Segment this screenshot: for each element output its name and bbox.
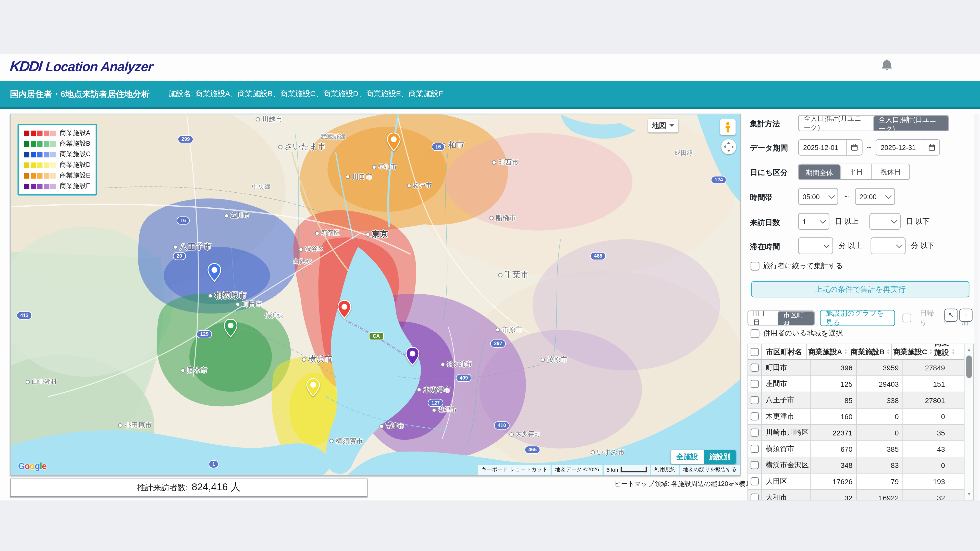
facility-pin-商業施設C[interactable]	[207, 263, 221, 282]
sort-arrows-icon[interactable]: ▲▼	[952, 349, 955, 355]
move-up-button[interactable]: ↑	[959, 309, 972, 322]
day-type-option-weekday[interactable]: 平日	[841, 164, 871, 179]
keyboard-shortcuts-link[interactable]: キーボード ショートカット	[478, 465, 550, 475]
city-dot-icon	[329, 439, 334, 443]
city-dot-icon	[407, 183, 411, 188]
column-header[interactable]: 商業施設B▲▼	[850, 344, 892, 359]
expand-nw-button[interactable]: ↖	[944, 309, 957, 322]
row-checkbox[interactable]	[751, 396, 759, 404]
street-view-pegman-button[interactable]	[720, 119, 735, 135]
row-checkbox[interactable]	[751, 494, 759, 500]
city-dot-icon	[492, 160, 496, 165]
column-header[interactable]: 商業施設C▲▼	[892, 344, 935, 359]
visitors-value: 824,416 人	[192, 481, 241, 494]
period-to-value: 2025-12-31	[877, 140, 924, 155]
map-canvas[interactable]: 川越市さいたま市柏市印西市草加市川口市松戸市船橋市新宿区東京渋谷区立川市八王子市…	[10, 114, 741, 475]
road-shield: 468	[590, 252, 606, 260]
value-cell: 193	[903, 473, 950, 489]
map-label: 袖ケ浦市	[441, 360, 472, 368]
row-checkbox[interactable]	[751, 461, 759, 469]
sort-arrows-icon[interactable]: ▲▼	[929, 349, 932, 355]
sort-arrows-icon[interactable]: ▲▼	[844, 349, 847, 355]
scroll-down-arrow-icon[interactable]: ▼	[967, 492, 971, 496]
row-checkbox[interactable]	[751, 445, 759, 453]
scroll-up-arrow-icon[interactable]: ▲	[967, 348, 971, 352]
legend-swatch	[50, 183, 56, 189]
traveler-filter-checkbox[interactable]	[751, 262, 759, 270]
row-checkbox[interactable]	[751, 364, 759, 372]
facility-pin-商業施設D[interactable]	[306, 378, 320, 397]
facility-pin-商業施設B[interactable]	[224, 319, 238, 337]
legend-label: 商業施設B	[60, 139, 90, 148]
day-type-label: 日にち区分	[750, 167, 788, 178]
column-header[interactable]: 市区町村名	[762, 344, 807, 359]
period-from-input[interactable]: 2025-12-01	[798, 139, 862, 156]
notification-bell-icon[interactable]	[881, 59, 892, 71]
day-type-option-holiday[interactable]: 祝休日	[871, 164, 909, 179]
toggle-all-facilities[interactable]: 全施設	[671, 450, 703, 464]
visit-days-min-select[interactable]: 1	[798, 213, 829, 230]
google-logo[interactable]: Google	[18, 461, 46, 471]
map-label: 成田線	[674, 149, 693, 157]
time-to-value: 29:00	[859, 193, 877, 200]
column-header[interactable]: 商業施設D▲▼	[934, 344, 955, 359]
row-checkbox[interactable]	[751, 380, 759, 388]
granularity-option-chome[interactable]: 町丁目	[748, 311, 778, 325]
sort-arrows-icon[interactable]: ▲▼	[886, 349, 890, 355]
map-type-label: 地図	[652, 121, 666, 130]
chevron-down-icon	[829, 192, 835, 199]
row-checkbox[interactable]	[751, 412, 759, 421]
visit-days-max-select[interactable]	[869, 213, 900, 230]
city-dot-icon	[315, 231, 319, 235]
calendar-icon[interactable]	[846, 140, 862, 155]
facility-pin-商業施設F[interactable]	[406, 347, 419, 365]
city-dot-icon	[345, 175, 350, 179]
panel-scrollbar[interactable]	[974, 114, 980, 500]
legend-swatch	[37, 183, 42, 189]
map-label: 中央線	[252, 183, 270, 191]
time-from-select[interactable]: 05:00	[798, 188, 838, 205]
app-window: KDDI Location Analyzer 国内居住者・6地点来訪者居住地分析…	[0, 54, 980, 500]
period-tilde: ~	[867, 143, 871, 152]
granularity-option-municipality[interactable]: 市区町村	[778, 311, 815, 326]
toggle-by-facility[interactable]: 施設別	[703, 450, 736, 464]
value-cell: 125	[811, 376, 857, 392]
stay-time-max-select[interactable]	[870, 238, 905, 254]
row-checkbox[interactable]	[751, 477, 759, 486]
value-cell: 35	[903, 425, 950, 440]
legend-row: 商業施設F	[24, 182, 91, 191]
visit-days-min-value: 1	[802, 218, 806, 225]
facility-pin-商業施設A[interactable]	[337, 300, 351, 319]
terms-link[interactable]: 利用規約	[651, 465, 679, 475]
map-attribution-bar: キーボード ショートカット 地図データ ©2026 5 km 利用規約 地図の誤…	[478, 465, 740, 475]
aggregation-option-daily[interactable]: 全人口推計(日ユニーク)	[873, 116, 948, 131]
time-to-select[interactable]: 29:00	[855, 188, 895, 205]
report-map-error-link[interactable]: 地図の誤りを報告する	[680, 465, 740, 475]
select-all-checkbox[interactable]	[751, 348, 759, 356]
map-label: 南武線	[293, 257, 312, 266]
table-scrollbar[interactable]: ▲ ▼	[964, 344, 974, 500]
facility-pin-商業施設E[interactable]	[387, 132, 401, 151]
google-logo-letter: o	[24, 461, 30, 471]
day-type-option-all[interactable]: 期間全体	[799, 164, 841, 180]
daytrip-checkbox[interactable]	[902, 313, 911, 322]
map-pan-control[interactable]	[721, 139, 736, 154]
period-to-input[interactable]: 2025-12-31	[876, 139, 940, 156]
stay-time-min-select[interactable]	[798, 238, 833, 254]
granularity-toggle: 町丁目 市区町村	[748, 310, 815, 326]
row-checkbox[interactable]	[751, 429, 759, 437]
rerun-aggregation-button[interactable]: 上記の条件で集計を再実行	[751, 281, 969, 297]
map-label: 茂原市	[541, 355, 567, 365]
column-header[interactable]: 商業施設A▲▼	[807, 344, 850, 359]
shared-area-checkbox[interactable]	[751, 329, 759, 338]
map-type-button[interactable]: 地図	[648, 119, 678, 132]
legend-label: 商業施設F	[60, 182, 90, 191]
legend-row: 商業施設D	[24, 160, 91, 169]
calendar-icon[interactable]	[924, 140, 939, 155]
legend-swatch	[30, 162, 36, 168]
aggregation-option-monthly[interactable]: 全人口推計(月ユニーク)	[799, 116, 873, 130]
scrollbar-thumb[interactable]	[966, 355, 972, 378]
facility-graph-button[interactable]: 施設別のグラフを見る	[820, 310, 895, 326]
facility-display-toggle: 全施設 施設別	[671, 450, 736, 464]
legend-swatch	[43, 141, 49, 146]
